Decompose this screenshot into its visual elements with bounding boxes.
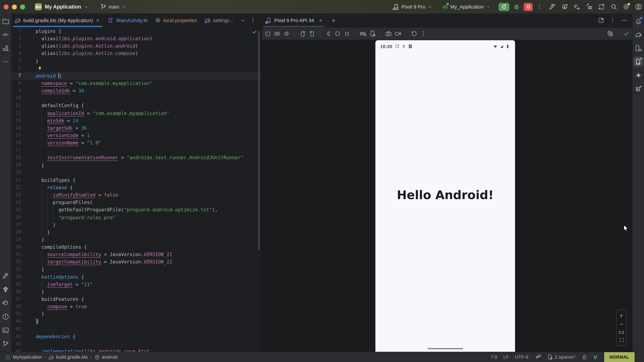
- editor-tab-4[interactable]: settings.g: [201, 13, 237, 27]
- gesture-nav-handle[interactable]: [428, 348, 463, 350]
- panel-options-kebab-icon[interactable]: [610, 17, 616, 23]
- close-window-button[interactable]: [4, 4, 8, 9]
- build-hammer-tool-button[interactable]: [1, 271, 10, 281]
- sync-icon[interactable]: [598, 3, 605, 10]
- code-line-31[interactable]: 31 sourceCompatibility = JavaVersion.VER…: [11, 251, 261, 258]
- commit-tool-button[interactable]: [1, 29, 10, 39]
- zoom-reset-button[interactable]: 1:1: [618, 330, 624, 335]
- code-line-33[interactable]: 33 }: [11, 266, 261, 273]
- logcat-cat-tool-button[interactable]: [1, 298, 10, 308]
- run-configuration-selector[interactable]: My_Application: [442, 3, 491, 10]
- code-line-41[interactable]: 41: [11, 325, 261, 333]
- emulator-screen[interactable]: 10:20 Hello Android!: [375, 40, 515, 352]
- caret-position[interactable]: 7:9: [490, 355, 497, 360]
- gemini-sparkle-tool-button[interactable]: [633, 70, 643, 80]
- code-line-1[interactable]: 1plugins {: [11, 27, 261, 35]
- resource-manager-tool-button[interactable]: [1, 43, 10, 53]
- settings-gear-button[interactable]: [623, 3, 630, 10]
- code-line-15[interactable]: 15 versionCode = 1: [11, 132, 261, 139]
- code-line-42[interactable]: 42dependencies {: [11, 333, 261, 340]
- minimize-window-button[interactable]: [12, 4, 17, 9]
- code-line-21[interactable]: 21 buildTypes {: [11, 176, 261, 184]
- code-line-36[interactable]: 36 }: [11, 288, 261, 296]
- breadcrumb-item[interactable]: build.gradle.kts: [49, 355, 88, 360]
- code-line-30[interactable]: 30 compileOptions {: [11, 243, 261, 251]
- code-line-34[interactable]: 34 kotlinOptions {: [11, 273, 261, 281]
- code-line-22[interactable]: 22 release {: [11, 184, 261, 191]
- inspections-ok-icon[interactable]: [252, 29, 258, 35]
- code-line-38[interactable]: 38 compose = true: [11, 303, 261, 310]
- code-line-43[interactable]: 43: [11, 340, 261, 348]
- device-selector[interactable]: Pixel 9 Pro: [393, 3, 432, 10]
- project-widget[interactable]: MA My Application: [35, 3, 89, 10]
- code-line-13[interactable]: 13 minSdk = 24: [11, 117, 261, 124]
- profile-icon[interactable]: [635, 3, 642, 10]
- profiler-icon[interactable]: [574, 3, 580, 10]
- device-tab[interactable]: Pixel 9 Pro API 34: [262, 13, 326, 27]
- code-line-12[interactable]: 12 applicationId = "com.example.myapplic…: [11, 109, 261, 117]
- attach-debugger-icon[interactable]: [586, 3, 593, 10]
- code-line-10[interactable]: 10: [11, 94, 261, 102]
- editor-tab-2[interactable]: MainActivity.kt: [104, 13, 151, 27]
- git-branch-tool-button[interactable]: [1, 339, 10, 349]
- code-line-5[interactable]: 5}: [11, 57, 261, 65]
- running-devices-tool-button[interactable]: [633, 57, 643, 66]
- hide-panel-icon[interactable]: [621, 17, 627, 23]
- indent-widget[interactable]: 2 spaces*: [547, 354, 576, 360]
- more-windows-tool-button[interactable]: [1, 57, 10, 66]
- ui-check-icon[interactable]: [607, 30, 614, 37]
- code-line-19[interactable]: 19 }: [11, 162, 261, 169]
- toolbar-build-icon[interactable]: [549, 3, 556, 10]
- stop-button[interactable]: [524, 3, 533, 11]
- editor-tab-3[interactable]: local.properties: [151, 13, 201, 27]
- vol-up-icon[interactable]: [274, 30, 280, 37]
- code-line-16[interactable]: 16 versionName = "1.0": [11, 139, 261, 146]
- search-icon[interactable]: [610, 3, 617, 10]
- code-line-4[interactable]: 4 alias(libs.plugins.kotlin.compose): [11, 50, 261, 57]
- line-separator[interactable]: LF: [503, 355, 509, 360]
- add-device-tab-icon[interactable]: [330, 17, 336, 23]
- vol-down-icon[interactable]: [284, 30, 290, 37]
- code-line-32[interactable]: 32 targetCompatibility = JavaVersion.VER…: [11, 258, 261, 266]
- power-icon[interactable]: [264, 30, 271, 37]
- code-line-23[interactable]: 23 isMinifyEnabled = false: [11, 191, 261, 199]
- code-line-18[interactable]: 18 testInstrumentationRunner = "androidx…: [11, 154, 261, 161]
- kebab-icon[interactable]: [420, 30, 427, 37]
- project-folder-tool-button[interactable]: [1, 16, 10, 26]
- nav-overview-icon[interactable]: [344, 30, 350, 37]
- code-line-11[interactable]: 11 defaultConfig {: [11, 102, 261, 109]
- maximize-window-button[interactable]: [20, 4, 25, 9]
- code-line-37[interactable]: 37 buildFeatures {: [11, 296, 261, 303]
- code-line-27[interactable]: 27 ): [11, 221, 261, 228]
- app-insights-plane-tool-button[interactable]: [633, 84, 643, 94]
- code-line-29[interactable]: 29 }: [11, 236, 261, 243]
- rerun-button[interactable]: [498, 3, 509, 11]
- code-line-3[interactable]: 3 alias(libs.plugins.kotlin.android): [11, 42, 261, 50]
- open-in-new-window-icon[interactable]: [598, 17, 604, 23]
- vcs-branch-widget[interactable]: main: [100, 4, 126, 10]
- code-line-39[interactable]: 39 }: [11, 310, 261, 318]
- ideavim-icon[interactable]: V: [594, 354, 597, 360]
- more-actions-kebab-icon[interactable]: [536, 4, 542, 10]
- rotate-left-icon[interactable]: [299, 30, 306, 37]
- ai-assistant-off-icon[interactable]: [534, 354, 541, 360]
- zoom-fit-icon[interactable]: [619, 337, 624, 343]
- close-icon[interactable]: [318, 18, 323, 23]
- file-lock-icon[interactable]: [582, 354, 587, 360]
- code-line-2[interactable]: 2 alias(libs.plugins.android.application…: [11, 35, 261, 42]
- app-gem-tool-button[interactable]: [1, 284, 10, 294]
- gradle-elephant-tool-button[interactable]: [633, 29, 643, 39]
- editor-scrollbar[interactable]: [258, 31, 260, 250]
- code-line-28[interactable]: 28 }: [11, 229, 261, 236]
- code-line-9[interactable]: 9 compileSdk = 36: [11, 87, 261, 94]
- device-manager-tool-button[interactable]: [633, 43, 643, 53]
- hardware-input-icon[interactable]: [360, 30, 366, 37]
- code-line-8[interactable]: 8 namespace = "com.example.myapplication…: [11, 80, 261, 87]
- close-tab-icon[interactable]: [96, 18, 100, 23]
- breadcrumb-item[interactable]: MyApplication: [5, 355, 42, 360]
- screen-record-icon[interactable]: [394, 30, 401, 37]
- tab-list-chevron-icon[interactable]: [240, 17, 245, 23]
- tab-options-kebab-icon[interactable]: [250, 17, 256, 23]
- bell-tool-button[interactable]: [633, 16, 643, 26]
- zoom-out-icon[interactable]: [618, 322, 624, 327]
